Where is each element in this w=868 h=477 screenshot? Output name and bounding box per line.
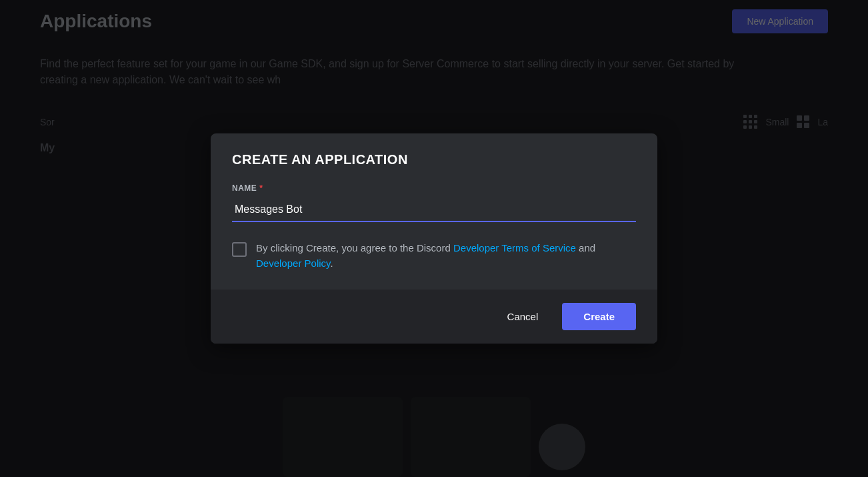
application-name-input[interactable] <box>232 198 636 222</box>
cancel-button[interactable]: Cancel <box>494 304 552 329</box>
developer-policy-link[interactable]: Developer Policy <box>256 258 330 269</box>
terms-row: By clicking Create, you agree to the Dis… <box>232 241 636 271</box>
name-label: NAME * <box>232 183 636 193</box>
create-button[interactable]: Create <box>562 303 636 330</box>
modal-title: CREATE AN APPLICATION <box>232 152 636 167</box>
terms-checkbox[interactable] <box>232 242 247 257</box>
modal-body: CREATE AN APPLICATION NAME * By clicking… <box>211 133 657 290</box>
modal-footer: Cancel Create <box>211 290 657 344</box>
required-indicator: * <box>259 183 263 193</box>
name-field: NAME * <box>232 183 636 222</box>
create-application-modal: CREATE AN APPLICATION NAME * By clicking… <box>211 133 657 344</box>
terms-text: By clicking Create, you agree to the Dis… <box>256 241 636 271</box>
modal-overlay: CREATE AN APPLICATION NAME * By clicking… <box>0 0 868 477</box>
developer-terms-link[interactable]: Developer Terms of Service <box>453 242 576 254</box>
